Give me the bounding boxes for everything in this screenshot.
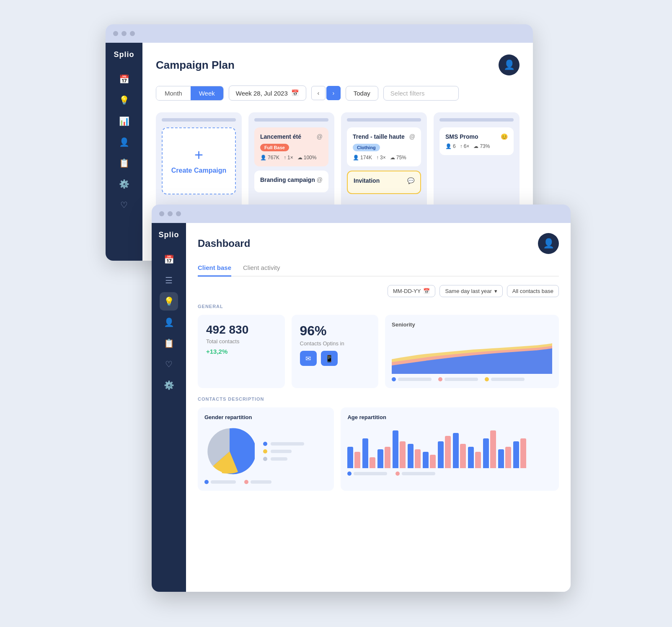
bar-pair bbox=[393, 430, 406, 468]
sidebar-icon-contacts[interactable]: 👤 bbox=[115, 133, 133, 151]
bar-blue bbox=[408, 444, 414, 468]
total-contacts-num: 492 830 bbox=[206, 323, 277, 337]
bar-pink bbox=[505, 447, 511, 468]
pie-dot-yellow bbox=[263, 449, 267, 453]
splio-logo-1: Splio bbox=[114, 50, 134, 59]
dashboard-title: Dashboard bbox=[198, 238, 250, 249]
campaign-card-sms[interactable]: SMS Promo 😊 👤 6 ↑ 6× ☁ 73% bbox=[439, 127, 514, 155]
col-header-bar-3 bbox=[347, 118, 421, 122]
stat-rate-lancement: ☁ 100% bbox=[297, 155, 317, 161]
stat-sends-lancement: ↑ 1× bbox=[284, 155, 293, 161]
sidebar-icon-reports[interactable]: 📋 bbox=[115, 154, 133, 172]
comparison-text: Same day last year bbox=[445, 288, 491, 294]
bar-pair bbox=[513, 438, 526, 468]
date-range-text: Week 28, Jul 2023 bbox=[236, 90, 288, 97]
dash-sidebar-reports[interactable]: 📋 bbox=[160, 334, 178, 352]
dash-sidebar-insights[interactable]: 💡 bbox=[160, 292, 178, 311]
badge-clothing: Clothing bbox=[353, 144, 380, 151]
bar-pink bbox=[415, 449, 421, 468]
legend-age-dot-blue bbox=[347, 472, 352, 476]
dash-sidebar-calendar[interactable]: 📅 bbox=[160, 250, 178, 269]
bar-blue bbox=[362, 438, 368, 468]
age-card: Age repartition bbox=[341, 407, 559, 491]
campaign-name-sms: SMS Promo bbox=[445, 133, 478, 140]
bar-pair bbox=[498, 447, 511, 468]
bar-pink bbox=[520, 438, 526, 468]
tab-client-activity[interactable]: Client activity bbox=[243, 264, 280, 276]
bar-pink bbox=[475, 452, 481, 468]
email-icon-btn[interactable]: ✉ bbox=[300, 351, 317, 366]
age-bar-chart bbox=[347, 426, 552, 468]
next-arrow-btn[interactable]: › bbox=[326, 86, 341, 100]
titlebar-2 bbox=[152, 205, 571, 223]
pie-dot-gray bbox=[263, 457, 267, 461]
bar-pair bbox=[377, 447, 390, 468]
stat-sends-sms: ↑ 6× bbox=[460, 143, 470, 149]
contacts-filter-text: All contacts base bbox=[512, 288, 553, 294]
optin-channel-icons: ✉ 📱 bbox=[300, 351, 370, 366]
contacts-filter[interactable]: All contacts base bbox=[507, 285, 559, 297]
total-contacts-card: 492 830 Total contacts +13,2% bbox=[198, 315, 285, 388]
optins-card: 96% Contacts Optins in ✉ 📱 bbox=[292, 315, 379, 388]
gender-card: Gender repartition bbox=[198, 407, 334, 491]
dash-sidebar-favorites[interactable]: ♡ bbox=[160, 355, 178, 373]
campaign-card-invitation[interactable]: Invitation 💬 bbox=[347, 171, 421, 194]
sidebar-icon-settings[interactable]: ⚙️ bbox=[115, 175, 133, 193]
total-contacts-label: Total contacts bbox=[206, 338, 277, 345]
sms-icon-smspromo: 😊 bbox=[501, 133, 508, 140]
bar-pink bbox=[400, 441, 406, 468]
bar-blue bbox=[377, 449, 383, 468]
at-icon-trend: @ bbox=[409, 133, 415, 140]
seniority-area-chart bbox=[392, 332, 552, 374]
pie-legend bbox=[263, 442, 304, 461]
contacts-desc-label: CONTACTS DESCRIPTION bbox=[198, 396, 559, 402]
campaign-user-avatar[interactable]: 👤 bbox=[499, 54, 520, 75]
gender-pie-chart bbox=[204, 426, 255, 477]
mobile-icon-btn[interactable]: 📱 bbox=[321, 351, 338, 366]
bar-pair bbox=[408, 444, 421, 468]
filter-select[interactable]: Select filters bbox=[383, 86, 459, 101]
bar-pink bbox=[445, 436, 451, 468]
col-header-bar-4 bbox=[439, 118, 514, 122]
legend-pink bbox=[438, 377, 478, 381]
dashboard-user-avatar[interactable]: 👤 bbox=[538, 233, 559, 254]
dash-sidebar-contacts[interactable]: 👤 bbox=[160, 313, 178, 332]
legend-blue bbox=[392, 377, 432, 381]
total-contacts-change: +13,2% bbox=[206, 348, 277, 355]
campaign-card-branding[interactable]: Branding campaign @ bbox=[254, 171, 328, 192]
sidebar-icon-analytics[interactable]: 📊 bbox=[115, 112, 133, 130]
tab-month[interactable]: Month bbox=[156, 86, 191, 100]
campaign-sidebar: Splio 📅 💡 📊 👤 📋 ⚙️ ♡ bbox=[106, 43, 142, 261]
sidebar-icon-insights[interactable]: 💡 bbox=[115, 91, 133, 109]
bar-blue bbox=[513, 441, 519, 468]
date-filter-text: MM-DD-YY bbox=[393, 288, 421, 294]
prev-arrow-btn[interactable]: ‹ bbox=[311, 86, 326, 100]
create-campaign-card[interactable]: + Create Campaign bbox=[162, 127, 236, 194]
stat-rate-trend: ☁ 75% bbox=[390, 155, 406, 161]
tab-week[interactable]: Week bbox=[191, 86, 223, 100]
campaign-stats-sms: 👤 6 ↑ 6× ☁ 73% bbox=[445, 143, 508, 149]
stat-contacts-lancement: 👤 767K bbox=[260, 155, 279, 161]
dot-d2 bbox=[168, 211, 173, 216]
legend-gender-dot-blue bbox=[204, 480, 209, 484]
tab-client-base[interactable]: Client base bbox=[198, 264, 231, 277]
dot-3 bbox=[130, 31, 135, 36]
legend-gender-bar bbox=[211, 480, 236, 484]
optin-label: Contacts Optins in bbox=[300, 340, 370, 347]
today-button[interactable]: Today bbox=[346, 86, 378, 101]
campaign-card-trend[interactable]: Trend - taille haute @ Clothing 👤 174K ↑… bbox=[347, 127, 421, 166]
campaign-header: Campaign Plan 👤 bbox=[156, 54, 520, 75]
sidebar-icon-calendar[interactable]: 📅 bbox=[115, 70, 133, 88]
dashboard-toolbar: MM-DD-YY 📅 Same day last year ▾ All cont… bbox=[198, 285, 559, 297]
comparison-filter[interactable]: Same day last year ▾ bbox=[439, 285, 502, 297]
date-range-picker[interactable]: Week 28, Jul 2023 📅 bbox=[229, 86, 306, 101]
legend-bar-yellow bbox=[491, 378, 525, 381]
dash-sidebar-settings[interactable]: ⚙️ bbox=[160, 376, 178, 394]
date-filter[interactable]: MM-DD-YY 📅 bbox=[388, 285, 435, 297]
sidebar-icon-favorites[interactable]: ♡ bbox=[115, 196, 133, 214]
campaign-card-lancement[interactable]: Lancement été @ Full Base 👤 767K ↑ 1× ☁ … bbox=[254, 127, 328, 166]
legend-dot-yellow bbox=[485, 377, 489, 381]
sms-icon-invitation: 💬 bbox=[407, 177, 414, 184]
legend-age-dot-pink bbox=[395, 472, 400, 476]
dash-sidebar-menu[interactable]: ☰ bbox=[160, 271, 178, 290]
